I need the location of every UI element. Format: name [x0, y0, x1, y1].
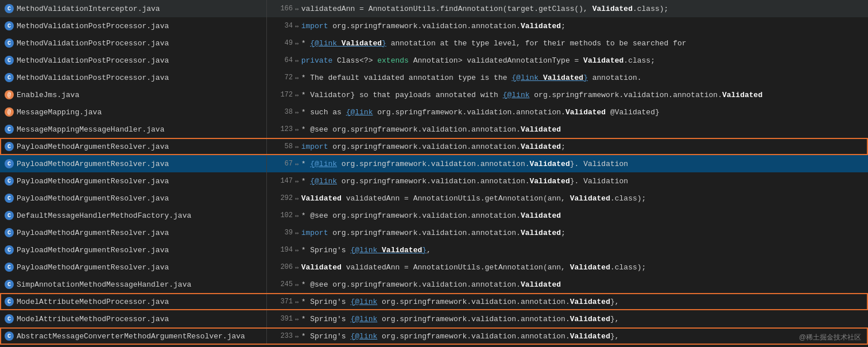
- line-number: 245: [273, 280, 293, 288]
- table-row[interactable]: CPayloadMethodArgumentResolver.java39⇔im…: [0, 224, 868, 241]
- result-col: 245⇔* @see org.springframework.validatio…: [267, 280, 866, 289]
- table-row[interactable]: CPayloadMethodArgumentResolver.java206⇔V…: [0, 259, 868, 276]
- file-name: PayloadMethodArgumentResolver.java: [17, 177, 169, 186]
- table-row[interactable]: CPayloadMethodArgumentResolver.java147⇔*…: [0, 172, 868, 190]
- diff-icon: ⇔: [295, 246, 299, 254]
- table-row[interactable]: CMethodValidationPostProcessor.java72⇔* …: [0, 69, 868, 86]
- table-row[interactable]: CPayloadMethodArgumentResolver.java67⇔* …: [0, 155, 868, 172]
- c-icon: C: [5, 125, 14, 134]
- file-name: PayloadMethodArgumentResolver.java: [17, 142, 169, 151]
- file-name: MethodValidationPostProcessor.java: [17, 39, 169, 48]
- result-col: 206⇔Validated validatedAnn = AnnotationU…: [267, 263, 866, 272]
- table-row[interactable]: CMethodValidationPostProcessor.java64⇔pr…: [0, 52, 868, 69]
- file-name: MethodValidationPostProcessor.java: [17, 74, 169, 82]
- result-text: * @see org.springframework.validation.an…: [301, 125, 561, 134]
- diff-icon: ⇔: [295, 315, 299, 323]
- line-number: 67: [273, 160, 293, 168]
- diff-icon: ⇔: [295, 195, 299, 202]
- table-row[interactable]: CPayloadMethodArgumentResolver.java292⇔V…: [0, 190, 868, 207]
- line-number: 233: [273, 332, 293, 340]
- at-icon: @: [5, 90, 14, 99]
- result-text: * {@link org.springframework.validation.…: [301, 160, 629, 168]
- table-row[interactable]: CPayloadMethodArgumentResolver.java194⇔*…: [0, 241, 868, 259]
- file-name: ModelAttributeMethodProcessor.java: [17, 315, 169, 323]
- line-number: 58: [273, 142, 293, 151]
- table-row[interactable]: CMessageMappingMessageHandler.java123⇔* …: [0, 121, 868, 138]
- table-row[interactable]: CMethodValidationPostProcessor.java34⇔im…: [0, 17, 868, 34]
- result-text: * such as {@link org.springframework.val…: [301, 108, 660, 117]
- line-number: 64: [273, 56, 293, 64]
- file-col: CPayloadMethodArgumentResolver.java: [2, 245, 266, 255]
- line-number: 371: [273, 298, 293, 306]
- c-icon: C: [5, 245, 14, 255]
- result-text: * The default validated annotation type …: [301, 74, 642, 82]
- line-number: 123: [273, 125, 293, 133]
- file-col: CPayloadMethodArgumentResolver.java: [2, 228, 266, 237]
- result-text: * Spring's {@link org.springframework.va…: [301, 298, 619, 306]
- line-number: 194: [273, 246, 293, 254]
- result-col: 72⇔* The default validated annotation ty…: [267, 74, 866, 82]
- table-row[interactable]: CDefaultMessageHandlerMethodFactory.java…: [0, 207, 868, 224]
- result-text: * Validator} so that payloads annotated …: [301, 91, 763, 99]
- table-row[interactable]: CMethodValidationInterceptor.java166⇔val…: [0, 0, 868, 17]
- table-row[interactable]: CPayloadMethodArgumentResolver.java58⇔im…: [0, 138, 868, 155]
- file-name: SimpAnnotationMethodMessageHandler.java: [17, 280, 191, 289]
- c-icon: C: [5, 4, 14, 13]
- line-number: 391: [273, 315, 293, 323]
- line-number: 206: [273, 263, 293, 271]
- result-text: * @see org.springframework.validation.an…: [301, 280, 561, 289]
- file-name: PayloadMethodArgumentResolver.java: [17, 160, 169, 168]
- file-col: CMethodValidationPostProcessor.java: [2, 73, 266, 82]
- result-text: * Spring's {@link org.springframework.va…: [301, 315, 619, 323]
- c-icon: C: [5, 73, 14, 82]
- file-col: CMethodValidationPostProcessor.java: [2, 38, 266, 48]
- result-text: Validated validatedAnn = AnnotationUtils…: [301, 194, 646, 203]
- result-col: 58⇔import org.springframework.validation…: [267, 142, 866, 151]
- line-number: 39: [273, 229, 293, 237]
- diff-icon: ⇔: [295, 22, 299, 30]
- result-text: Validated validatedAnn = AnnotationUtils…: [301, 263, 646, 272]
- line-number: 38: [273, 108, 293, 116]
- result-col: 123⇔* @see org.springframework.validatio…: [267, 125, 866, 134]
- diff-icon: ⇔: [295, 212, 299, 219]
- table-row[interactable]: CMethodValidationPostProcessor.java49⇔* …: [0, 34, 868, 52]
- file-name: PayloadMethodArgumentResolver.java: [17, 194, 169, 203]
- diff-icon: ⇔: [295, 229, 299, 237]
- result-text: validatedAnn = AnnotationUtils.findAnnot…: [301, 5, 669, 13]
- result-col: 166⇔validatedAnn = AnnotationUtils.findA…: [267, 5, 866, 13]
- file-name: EnableJms.java: [17, 91, 79, 99]
- result-text: * @see org.springframework.validation.an…: [301, 211, 561, 220]
- file-col: CPayloadMethodArgumentResolver.java: [2, 159, 266, 168]
- line-number: 292: [273, 194, 293, 202]
- line-number: 72: [273, 74, 293, 82]
- diff-icon: ⇔: [295, 109, 299, 116]
- results-list: CMethodValidationInterceptor.java166⇔val…: [0, 0, 868, 345]
- diff-icon: ⇔: [295, 5, 299, 13]
- diff-icon: ⇔: [295, 281, 299, 288]
- result-col: 194⇔* Spring's {@link Validated},: [267, 246, 866, 255]
- table-row[interactable]: CModelAttributeMethodProcessor.java371⇔*…: [0, 293, 868, 310]
- line-number: 172: [273, 91, 293, 99]
- diff-icon: ⇔: [295, 143, 299, 151]
- result-text: * {@link Validated} annotation at the ty…: [301, 39, 687, 48]
- c-icon: C: [5, 297, 14, 306]
- file-col: CDefaultMessageHandlerMethodFactory.java: [2, 211, 266, 220]
- table-row[interactable]: CModelAttributeMethodProcessor.java391⇔*…: [0, 310, 868, 327]
- result-col: 292⇔Validated validatedAnn = AnnotationU…: [267, 194, 866, 203]
- file-name: MessageMappingMessageHandler.java: [17, 125, 164, 134]
- table-row[interactable]: @MessageMapping.java38⇔* such as {@link …: [0, 103, 868, 121]
- table-row[interactable]: CAbstractMessageConverterMethodArgumentR…: [0, 327, 868, 345]
- result-col: 34⇔import org.springframework.validation…: [267, 22, 866, 30]
- c-icon: C: [5, 38, 14, 48]
- table-row[interactable]: @EnableJms.java172⇔* Validator} so that …: [0, 86, 868, 103]
- result-col: 64⇔private Class<?> extends Annotation> …: [267, 56, 866, 65]
- file-col: CMethodValidationPostProcessor.java: [2, 21, 266, 30]
- file-name: ModelAttributeMethodProcessor.java: [17, 298, 169, 306]
- result-col: 67⇔* {@link org.springframework.validati…: [267, 160, 866, 168]
- search-results-panel: CMethodValidationInterceptor.java166⇔val…: [0, 0, 868, 347]
- c-icon: C: [5, 314, 14, 323]
- line-number: 102: [273, 211, 293, 219]
- file-col: CMethodValidationInterceptor.java: [2, 4, 266, 13]
- table-row[interactable]: CSimpAnnotationMethodMessageHandler.java…: [0, 276, 868, 293]
- c-icon: C: [5, 194, 14, 203]
